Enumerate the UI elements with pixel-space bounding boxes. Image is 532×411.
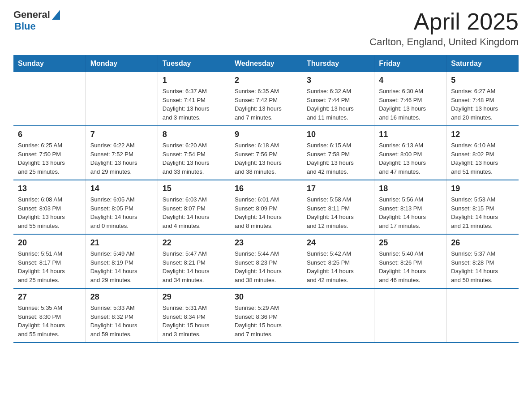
calendar-cell [302,288,374,342]
day-info: Sunrise: 5:56 AM Sunset: 8:13 PM Dayligh… [379,195,442,230]
calendar-cell: 19Sunrise: 5:53 AM Sunset: 8:15 PM Dayli… [446,180,519,234]
calendar-cell: 1Sunrise: 6:37 AM Sunset: 7:41 PM Daylig… [158,72,230,126]
day-info: Sunrise: 6:13 AM Sunset: 8:00 PM Dayligh… [379,141,442,176]
day-number: 3 [307,76,369,85]
day-number: 11 [379,130,442,139]
day-number: 27 [18,292,81,302]
logo: General Blue [13,9,60,32]
day-info: Sunrise: 5:31 AM Sunset: 8:34 PM Dayligh… [163,304,225,338]
calendar-table: SundayMondayTuesdayWednesdayThursdayFrid… [13,55,519,343]
calendar-cell: 20Sunrise: 5:51 AM Sunset: 8:17 PM Dayli… [13,234,86,288]
calendar-cell: 10Sunrise: 6:15 AM Sunset: 7:58 PM Dayli… [302,126,374,180]
day-number: 5 [451,76,514,85]
day-info: Sunrise: 6:10 AM Sunset: 8:02 PM Dayligh… [451,141,514,176]
day-number: 10 [307,130,369,139]
calendar-cell [13,72,86,126]
day-number: 12 [451,130,514,139]
day-number: 22 [163,238,225,248]
calendar-cell: 22Sunrise: 5:47 AM Sunset: 8:21 PM Dayli… [158,234,230,288]
calendar-cell: 30Sunrise: 5:29 AM Sunset: 8:36 PM Dayli… [230,288,302,342]
day-number: 20 [18,238,81,248]
calendar-cell: 5Sunrise: 6:27 AM Sunset: 7:48 PM Daylig… [446,72,519,126]
day-info: Sunrise: 6:35 AM Sunset: 7:42 PM Dayligh… [235,87,297,122]
day-number: 1 [163,76,225,85]
calendar-cell [86,72,158,126]
calendar-cell: 13Sunrise: 6:08 AM Sunset: 8:03 PM Dayli… [13,180,86,234]
day-number: 24 [307,238,369,248]
svg-marker-0 [52,10,60,20]
day-number: 13 [18,184,81,193]
page-subtitle: Carlton, England, United Kingdom [369,36,519,48]
page-title: April 2025 [369,9,519,34]
logo-general-text: General [13,9,50,21]
calendar-cell: 25Sunrise: 5:40 AM Sunset: 8:26 PM Dayli… [374,234,446,288]
day-info: Sunrise: 6:01 AM Sunset: 8:09 PM Dayligh… [235,195,297,230]
day-info: Sunrise: 6:30 AM Sunset: 7:46 PM Dayligh… [379,87,442,122]
calendar-cell: 28Sunrise: 5:33 AM Sunset: 8:32 PM Dayli… [86,288,158,342]
calendar-cell: 27Sunrise: 5:35 AM Sunset: 8:30 PM Dayli… [13,288,86,342]
title-block: April 2025 Carlton, England, United King… [369,9,519,48]
calendar-cell: 3Sunrise: 6:32 AM Sunset: 7:44 PM Daylig… [302,72,374,126]
day-number: 4 [379,76,442,85]
calendar-cell: 4Sunrise: 6:30 AM Sunset: 7:46 PM Daylig… [374,72,446,126]
day-info: Sunrise: 6:32 AM Sunset: 7:44 PM Dayligh… [307,87,369,122]
calendar-cell: 16Sunrise: 6:01 AM Sunset: 8:09 PM Dayli… [230,180,302,234]
calendar-cell: 12Sunrise: 6:10 AM Sunset: 8:02 PM Dayli… [446,126,519,180]
day-info: Sunrise: 6:18 AM Sunset: 7:56 PM Dayligh… [235,141,297,176]
day-info: Sunrise: 5:33 AM Sunset: 8:32 PM Dayligh… [90,304,153,338]
day-number: 28 [90,292,153,302]
day-info: Sunrise: 5:35 AM Sunset: 8:30 PM Dayligh… [18,304,81,338]
calendar-cell [446,288,519,342]
day-info: Sunrise: 5:49 AM Sunset: 8:19 PM Dayligh… [90,249,153,284]
day-number: 2 [235,76,297,85]
logo-blue-text: Blue [14,21,36,32]
day-info: Sunrise: 6:37 AM Sunset: 7:41 PM Dayligh… [163,87,225,122]
day-info: Sunrise: 6:25 AM Sunset: 7:50 PM Dayligh… [18,141,81,176]
calendar-cell: 6Sunrise: 6:25 AM Sunset: 7:50 PM Daylig… [13,126,86,180]
day-number: 21 [90,238,153,248]
day-number: 18 [379,184,442,193]
day-info: Sunrise: 6:05 AM Sunset: 8:05 PM Dayligh… [90,195,153,230]
calendar-day-header: Wednesday [230,55,302,72]
calendar-day-header: Sunday [13,55,86,72]
calendar-week-row: 20Sunrise: 5:51 AM Sunset: 8:17 PM Dayli… [13,234,519,288]
day-info: Sunrise: 6:27 AM Sunset: 7:48 PM Dayligh… [451,87,514,122]
day-info: Sunrise: 5:29 AM Sunset: 8:36 PM Dayligh… [235,304,297,338]
day-info: Sunrise: 5:40 AM Sunset: 8:26 PM Dayligh… [379,249,442,284]
calendar-cell [374,288,446,342]
calendar-cell: 8Sunrise: 6:20 AM Sunset: 7:54 PM Daylig… [158,126,230,180]
calendar-day-header: Saturday [446,55,519,72]
calendar-cell: 29Sunrise: 5:31 AM Sunset: 8:34 PM Dayli… [158,288,230,342]
day-number: 9 [235,130,297,139]
day-number: 23 [235,238,297,248]
day-info: Sunrise: 6:08 AM Sunset: 8:03 PM Dayligh… [18,195,81,230]
calendar-cell: 26Sunrise: 5:37 AM Sunset: 8:28 PM Dayli… [446,234,519,288]
page-header: General Blue April 2025 Carlton, England… [13,9,519,48]
day-number: 29 [163,292,225,302]
calendar-cell: 17Sunrise: 5:58 AM Sunset: 8:11 PM Dayli… [302,180,374,234]
day-number: 15 [163,184,225,193]
calendar-cell: 9Sunrise: 6:18 AM Sunset: 7:56 PM Daylig… [230,126,302,180]
calendar-cell: 21Sunrise: 5:49 AM Sunset: 8:19 PM Dayli… [86,234,158,288]
day-number: 26 [451,238,514,248]
day-info: Sunrise: 6:03 AM Sunset: 8:07 PM Dayligh… [163,195,225,230]
calendar-week-row: 27Sunrise: 5:35 AM Sunset: 8:30 PM Dayli… [13,288,519,342]
calendar-cell: 18Sunrise: 5:56 AM Sunset: 8:13 PM Dayli… [374,180,446,234]
day-info: Sunrise: 5:58 AM Sunset: 8:11 PM Dayligh… [307,195,369,230]
day-number: 6 [18,130,81,139]
day-number: 30 [235,292,297,302]
day-info: Sunrise: 5:37 AM Sunset: 8:28 PM Dayligh… [451,249,514,284]
day-number: 7 [90,130,153,139]
day-info: Sunrise: 5:44 AM Sunset: 8:23 PM Dayligh… [235,249,297,284]
day-number: 16 [235,184,297,193]
day-number: 8 [163,130,225,139]
day-info: Sunrise: 6:22 AM Sunset: 7:52 PM Dayligh… [90,141,153,176]
calendar-header-row: SundayMondayTuesdayWednesdayThursdayFrid… [13,55,519,72]
day-number: 25 [379,238,442,248]
calendar-day-header: Tuesday [158,55,230,72]
calendar-cell: 23Sunrise: 5:44 AM Sunset: 8:23 PM Dayli… [230,234,302,288]
day-info: Sunrise: 5:53 AM Sunset: 8:15 PM Dayligh… [451,195,514,230]
day-info: Sunrise: 6:15 AM Sunset: 7:58 PM Dayligh… [307,141,369,176]
day-number: 14 [90,184,153,193]
calendar-day-header: Monday [86,55,158,72]
